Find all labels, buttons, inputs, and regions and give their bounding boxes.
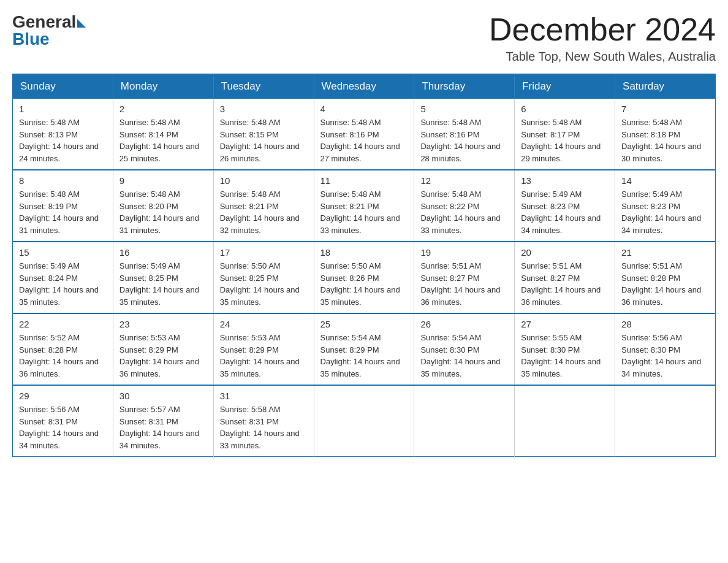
calendar-cell <box>314 385 414 457</box>
day-info: Sunrise: 5:56 AM Sunset: 8:30 PM Dayligh… <box>621 332 709 380</box>
logo-arrow-icon <box>77 19 86 28</box>
calendar-cell: 10 Sunrise: 5:48 AM Sunset: 8:21 PM Dayl… <box>213 170 314 242</box>
calendar-cell: 20 Sunrise: 5:51 AM Sunset: 8:27 PM Dayl… <box>515 242 615 313</box>
day-info: Sunrise: 5:48 AM Sunset: 8:19 PM Dayligh… <box>19 188 107 236</box>
calendar-cell: 5 Sunrise: 5:48 AM Sunset: 8:16 PM Dayli… <box>414 99 515 170</box>
day-number: 14 <box>621 175 709 186</box>
calendar-cell: 8 Sunrise: 5:48 AM Sunset: 8:19 PM Dayli… <box>13 170 113 242</box>
day-number: 4 <box>320 104 408 114</box>
calendar-cell: 1 Sunrise: 5:48 AM Sunset: 8:13 PM Dayli… <box>13 99 113 170</box>
calendar-cell: 19 Sunrise: 5:51 AM Sunset: 8:27 PM Dayl… <box>414 242 515 313</box>
day-number: 23 <box>119 319 207 329</box>
day-info: Sunrise: 5:56 AM Sunset: 8:31 PM Dayligh… <box>19 404 107 451</box>
day-number: 29 <box>19 391 107 401</box>
day-number: 27 <box>521 319 609 329</box>
calendar-table: SundayMondayTuesdayWednesdayThursdayFrid… <box>12 74 716 457</box>
day-number: 8 <box>19 175 107 186</box>
calendar-cell <box>615 385 716 457</box>
day-number: 22 <box>19 319 107 329</box>
calendar-cell: 28 Sunrise: 5:56 AM Sunset: 8:30 PM Dayl… <box>615 313 716 385</box>
column-header-saturday: Saturday <box>615 74 716 99</box>
calendar-cell: 24 Sunrise: 5:53 AM Sunset: 8:29 PM Dayl… <box>213 313 314 385</box>
day-info: Sunrise: 5:53 AM Sunset: 8:29 PM Dayligh… <box>220 332 308 380</box>
day-number: 5 <box>420 104 508 114</box>
day-info: Sunrise: 5:50 AM Sunset: 8:26 PM Dayligh… <box>320 260 408 308</box>
day-number: 10 <box>220 175 308 186</box>
calendar-cell: 18 Sunrise: 5:50 AM Sunset: 8:26 PM Dayl… <box>314 242 414 313</box>
day-info: Sunrise: 5:50 AM Sunset: 8:25 PM Dayligh… <box>220 260 308 308</box>
column-header-friday: Friday <box>515 74 615 99</box>
day-number: 24 <box>220 319 308 329</box>
day-info: Sunrise: 5:52 AM Sunset: 8:28 PM Dayligh… <box>19 332 107 380</box>
day-number: 6 <box>521 104 609 114</box>
day-number: 26 <box>420 319 508 329</box>
calendar-cell: 12 Sunrise: 5:48 AM Sunset: 8:22 PM Dayl… <box>414 170 515 242</box>
day-number: 15 <box>19 247 107 258</box>
day-number: 3 <box>220 104 308 114</box>
calendar-cell: 16 Sunrise: 5:49 AM Sunset: 8:25 PM Dayl… <box>113 242 213 313</box>
month-title: December 2024 <box>489 12 716 47</box>
calendar-cell: 31 Sunrise: 5:58 AM Sunset: 8:31 PM Dayl… <box>213 385 314 457</box>
day-info: Sunrise: 5:57 AM Sunset: 8:31 PM Dayligh… <box>119 404 207 451</box>
day-number: 25 <box>320 319 408 329</box>
calendar-cell: 13 Sunrise: 5:49 AM Sunset: 8:23 PM Dayl… <box>515 170 615 242</box>
calendar-week-row: 1 Sunrise: 5:48 AM Sunset: 8:13 PM Dayli… <box>13 99 716 170</box>
calendar-cell <box>515 385 615 457</box>
day-info: Sunrise: 5:48 AM Sunset: 8:16 PM Dayligh… <box>320 117 408 164</box>
day-number: 28 <box>621 319 709 329</box>
day-number: 2 <box>119 104 207 114</box>
calendar-cell: 9 Sunrise: 5:48 AM Sunset: 8:20 PM Dayli… <box>113 170 213 242</box>
day-number: 19 <box>420 247 508 258</box>
day-info: Sunrise: 5:51 AM Sunset: 8:27 PM Dayligh… <box>521 260 609 308</box>
day-info: Sunrise: 5:48 AM Sunset: 8:21 PM Dayligh… <box>220 188 308 236</box>
day-number: 9 <box>119 175 207 186</box>
location-subtitle: Table Top, New South Wales, Australia <box>489 50 716 64</box>
calendar-cell: 2 Sunrise: 5:48 AM Sunset: 8:14 PM Dayli… <box>113 99 213 170</box>
calendar-cell: 14 Sunrise: 5:49 AM Sunset: 8:23 PM Dayl… <box>615 170 716 242</box>
calendar-cell: 6 Sunrise: 5:48 AM Sunset: 8:17 PM Dayli… <box>515 99 615 170</box>
day-info: Sunrise: 5:49 AM Sunset: 8:25 PM Dayligh… <box>119 260 207 308</box>
day-info: Sunrise: 5:48 AM Sunset: 8:13 PM Dayligh… <box>19 117 107 164</box>
day-info: Sunrise: 5:48 AM Sunset: 8:20 PM Dayligh… <box>119 188 207 236</box>
day-number: 21 <box>621 247 709 258</box>
column-header-wednesday: Wednesday <box>314 74 414 99</box>
calendar-cell: 21 Sunrise: 5:51 AM Sunset: 8:28 PM Dayl… <box>615 242 716 313</box>
calendar-cell: 3 Sunrise: 5:48 AM Sunset: 8:15 PM Dayli… <box>213 99 314 170</box>
logo-blue-text: Blue <box>12 29 50 49</box>
calendar-cell: 17 Sunrise: 5:50 AM Sunset: 8:25 PM Dayl… <box>213 242 314 313</box>
calendar-week-row: 22 Sunrise: 5:52 AM Sunset: 8:28 PM Dayl… <box>13 313 716 385</box>
calendar-cell: 7 Sunrise: 5:48 AM Sunset: 8:18 PM Dayli… <box>615 99 716 170</box>
title-block: December 2024 Table Top, New South Wales… <box>489 12 716 64</box>
day-info: Sunrise: 5:55 AM Sunset: 8:30 PM Dayligh… <box>521 332 609 380</box>
page-header: General Blue December 2024 Table Top, Ne… <box>12 12 716 64</box>
calendar-cell: 30 Sunrise: 5:57 AM Sunset: 8:31 PM Dayl… <box>113 385 213 457</box>
day-number: 17 <box>220 247 308 258</box>
day-number: 31 <box>220 391 308 401</box>
calendar-cell: 4 Sunrise: 5:48 AM Sunset: 8:16 PM Dayli… <box>314 99 414 170</box>
day-info: Sunrise: 5:48 AM Sunset: 8:22 PM Dayligh… <box>420 188 508 236</box>
calendar-cell: 15 Sunrise: 5:49 AM Sunset: 8:24 PM Dayl… <box>13 242 113 313</box>
calendar-week-row: 29 Sunrise: 5:56 AM Sunset: 8:31 PM Dayl… <box>13 385 716 457</box>
day-info: Sunrise: 5:58 AM Sunset: 8:31 PM Dayligh… <box>220 404 308 451</box>
calendar-cell: 25 Sunrise: 5:54 AM Sunset: 8:29 PM Dayl… <box>314 313 414 385</box>
day-number: 20 <box>521 247 609 258</box>
day-info: Sunrise: 5:48 AM Sunset: 8:14 PM Dayligh… <box>119 117 207 164</box>
calendar-cell <box>414 385 515 457</box>
column-header-sunday: Sunday <box>13 74 113 99</box>
day-info: Sunrise: 5:48 AM Sunset: 8:15 PM Dayligh… <box>220 117 308 164</box>
day-number: 30 <box>119 391 207 401</box>
day-info: Sunrise: 5:49 AM Sunset: 8:23 PM Dayligh… <box>521 188 609 236</box>
day-number: 1 <box>19 104 107 114</box>
calendar-cell: 22 Sunrise: 5:52 AM Sunset: 8:28 PM Dayl… <box>13 313 113 385</box>
column-header-monday: Monday <box>113 74 213 99</box>
day-info: Sunrise: 5:51 AM Sunset: 8:28 PM Dayligh… <box>621 260 709 308</box>
day-info: Sunrise: 5:54 AM Sunset: 8:29 PM Dayligh… <box>320 332 408 380</box>
calendar-cell: 29 Sunrise: 5:56 AM Sunset: 8:31 PM Dayl… <box>13 385 113 457</box>
calendar-cell: 27 Sunrise: 5:55 AM Sunset: 8:30 PM Dayl… <box>515 313 615 385</box>
day-info: Sunrise: 5:49 AM Sunset: 8:23 PM Dayligh… <box>621 188 709 236</box>
calendar-week-row: 15 Sunrise: 5:49 AM Sunset: 8:24 PM Dayl… <box>13 242 716 313</box>
day-info: Sunrise: 5:48 AM Sunset: 8:21 PM Dayligh… <box>320 188 408 236</box>
day-number: 16 <box>119 247 207 258</box>
column-header-thursday: Thursday <box>414 74 515 99</box>
day-info: Sunrise: 5:53 AM Sunset: 8:29 PM Dayligh… <box>119 332 207 380</box>
